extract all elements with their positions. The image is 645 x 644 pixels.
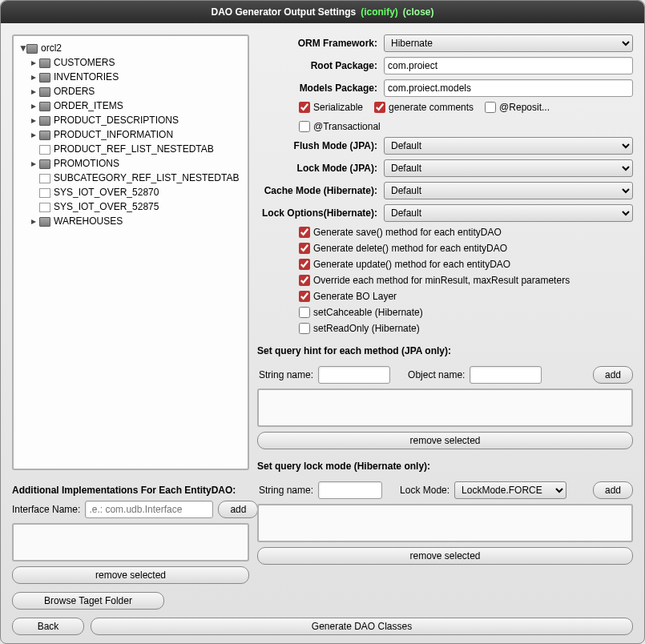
- bottom-bar: Back Generate DAO Classes: [1, 610, 644, 643]
- gencomments-check[interactable]: generate comments: [374, 102, 474, 113]
- generate-option[interactable]: Override each method for minResult, maxR…: [299, 275, 633, 286]
- tree-panel[interactable]: ▼orcl2 ▸CUSTOMERS▸INVENTORIES▸ORDERS▸ORD…: [12, 34, 249, 470]
- cache-label: Cache Mode (Hibernate):: [257, 185, 377, 196]
- generate-option-label: Generate delete() method for each entity…: [313, 243, 507, 254]
- tree-item[interactable]: ▸WAREHOUSES: [31, 214, 244, 228]
- flush-label: Flush Mode (JPA):: [257, 140, 377, 151]
- generate-option-label: Generate BO Layer: [313, 291, 397, 302]
- qlock-strname-input[interactable]: [318, 481, 382, 499]
- folder-icon: [26, 44, 38, 54]
- triangle-down-icon[interactable]: ▼: [18, 41, 26, 55]
- folder-icon: [39, 159, 50, 169]
- triangle-right-icon[interactable]: ▸: [31, 70, 39, 84]
- tree-item-label: WAREHOUSES: [54, 215, 123, 227]
- folder-icon: [39, 58, 50, 68]
- lockopt-select[interactable]: Default: [384, 204, 633, 222]
- flush-select[interactable]: Default: [384, 137, 633, 155]
- hint-strname-label: String name:: [259, 369, 313, 380]
- generate-option[interactable]: setReadOnly (Hibernate): [299, 323, 633, 334]
- window-title: DAO Generator Output Settings: [211, 6, 356, 18]
- rootpkg-label: Root Package:: [257, 60, 377, 71]
- triangle-right-icon[interactable]: ▸: [31, 55, 39, 70]
- cache-select[interactable]: Default: [384, 182, 633, 199]
- qlock-lockmode-label: Lock Mode:: [400, 485, 449, 496]
- tree-item[interactable]: SYS_IOT_OVER_52870: [31, 185, 244, 199]
- generate-option[interactable]: Generate save() method for each entityDA…: [299, 227, 633, 238]
- tree-item[interactable]: ▸PRODUCT_DESCRIPTIONS: [31, 113, 244, 127]
- generate-button[interactable]: Generate DAO Classes: [91, 618, 633, 635]
- tree-root[interactable]: ▼orcl2 ▸CUSTOMERS▸INVENTORIES▸ORDERS▸ORD…: [18, 41, 244, 228]
- hint-strname-input[interactable]: [318, 366, 390, 384]
- interface-name-label: Interface Name:: [12, 504, 80, 515]
- tree-item[interactable]: ▸ORDERS: [31, 84, 244, 99]
- generate-option-label: setReadOnly (Hibernate): [313, 323, 420, 334]
- tree-item-label: PROMOTIONS: [54, 158, 119, 169]
- right-column: ORM Framework:Hibernate Root Package: Mo…: [257, 34, 633, 610]
- file-icon: [39, 174, 50, 183]
- qlock-add-button[interactable]: add: [593, 481, 633, 499]
- serializable-check[interactable]: Serializable: [299, 102, 363, 113]
- add-interface-button[interactable]: add: [218, 501, 258, 518]
- tree-item[interactable]: ▸PROMOTIONS: [31, 156, 244, 171]
- back-button[interactable]: Back: [12, 618, 84, 635]
- orm-label: ORM Framework:: [257, 38, 377, 49]
- tree: ▼orcl2 ▸CUSTOMERS▸INVENTORIES▸ORDERS▸ORD…: [17, 41, 244, 228]
- tree-item-label: PRODUCT_INFORMATION: [54, 129, 173, 140]
- browse-target-button[interactable]: Browse Taget Folder: [12, 592, 164, 610]
- lock-select[interactable]: Default: [384, 159, 633, 177]
- content: ▼orcl2 ▸CUSTOMERS▸INVENTORIES▸ORDERS▸ORD…: [1, 23, 644, 610]
- tree-item-label: INVENTORIES: [54, 71, 119, 83]
- tree-item[interactable]: SUBCATEGORY_REF_LIST_NESTEDTAB: [31, 171, 244, 185]
- checkbox-row-1: Serializable generate comments @Reposit.…: [257, 102, 633, 132]
- triangle-right-icon[interactable]: ▸: [31, 127, 39, 142]
- hint-heading: Set query hint for each method (JPA only…: [257, 345, 633, 356]
- qlock-lockmode-select[interactable]: LockMode.FORCE: [454, 481, 566, 499]
- hint-remove-button[interactable]: remove selected: [257, 432, 633, 449]
- qlock-remove-button[interactable]: remove selected: [257, 547, 633, 565]
- iconify-link[interactable]: (iconify): [361, 6, 398, 18]
- tree-item[interactable]: ▸INVENTORIES: [31, 70, 244, 84]
- tree-item-label: PRODUCT_DESCRIPTIONS: [54, 115, 179, 126]
- tree-item-label: SUBCATEGORY_REF_LIST_NESTEDTAB: [54, 172, 239, 183]
- lock-label: Lock Mode (JPA):: [257, 163, 377, 174]
- generate-option[interactable]: Generate update() method for each entity…: [299, 259, 633, 270]
- remove-interface-button[interactable]: remove selected: [12, 566, 249, 584]
- orm-select[interactable]: Hibernate: [384, 34, 633, 52]
- left-column: ▼orcl2 ▸CUSTOMERS▸INVENTORIES▸ORDERS▸ORD…: [12, 34, 249, 610]
- tree-item[interactable]: ▸CUSTOMERS: [31, 55, 244, 70]
- triangle-right-icon[interactable]: ▸: [31, 113, 39, 127]
- tree-item[interactable]: ▸ORDER_ITEMS: [31, 99, 244, 113]
- additional-impl-section: Additional Implementations For Each Enti…: [12, 478, 249, 610]
- generate-options-list: Generate save() method for each entityDA…: [257, 227, 633, 334]
- tree-item-label: ORDERS: [54, 86, 95, 97]
- triangle-right-icon[interactable]: ▸: [31, 156, 39, 171]
- hint-objname-input[interactable]: [470, 366, 542, 384]
- tree-item[interactable]: SYS_IOT_OVER_52875: [31, 199, 244, 214]
- generate-option-label: Generate save() method for each entityDA…: [313, 227, 502, 238]
- generate-option[interactable]: setCahceable (Hibernate): [299, 307, 633, 318]
- repository-check[interactable]: @Reposit...: [485, 102, 550, 113]
- rootpkg-input[interactable]: [384, 57, 633, 74]
- transactional-check[interactable]: @Transactional: [299, 121, 381, 132]
- qlock-strname-label: String name:: [259, 485, 313, 496]
- tree-item[interactable]: ▸PRODUCT_INFORMATION: [31, 127, 244, 142]
- qlock-listbox[interactable]: [257, 504, 633, 542]
- generate-option-label: setCahceable (Hibernate): [313, 307, 423, 318]
- tree-item-label: CUSTOMERS: [54, 57, 115, 68]
- interface-name-input[interactable]: [85, 501, 213, 518]
- tree-item-label: SYS_IOT_OVER_52870: [54, 187, 159, 198]
- triangle-right-icon[interactable]: ▸: [31, 214, 39, 228]
- hint-listbox[interactable]: [257, 388, 633, 427]
- triangle-right-icon[interactable]: ▸: [31, 99, 39, 113]
- tree-root-label: orcl2: [41, 42, 62, 54]
- lockopt-label: Lock Options(Hibernate):: [257, 207, 377, 219]
- tree-item[interactable]: PRODUCT_REF_LIST_NESTEDTAB: [31, 142, 244, 156]
- folder-icon: [39, 131, 50, 140]
- triangle-right-icon[interactable]: ▸: [31, 84, 39, 99]
- generate-option[interactable]: Generate delete() method for each entity…: [299, 243, 633, 254]
- interface-listbox[interactable]: [12, 523, 249, 561]
- modelspkg-input[interactable]: [384, 79, 633, 97]
- close-link[interactable]: (close): [403, 6, 434, 18]
- generate-option[interactable]: Generate BO Layer: [299, 291, 633, 302]
- hint-add-button[interactable]: add: [593, 366, 633, 384]
